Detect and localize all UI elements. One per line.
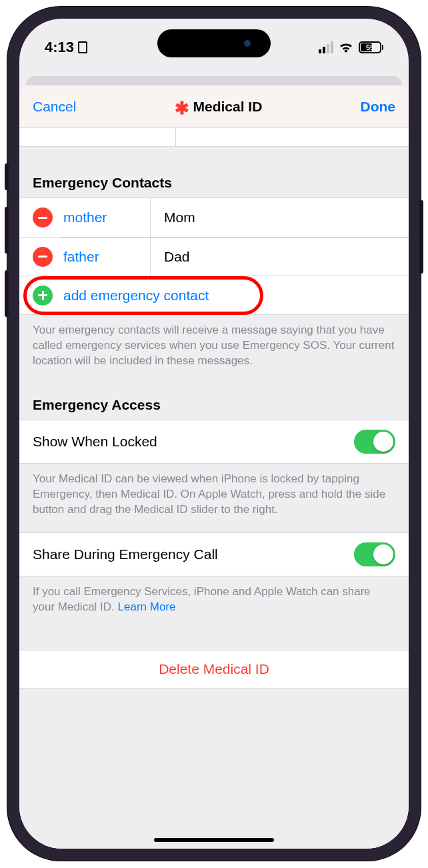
emergency-contacts-footer: Your emergency contacts will receive a m… [19,315,409,369]
phone-side-button-right [419,200,423,274]
status-portrait-lock-icon [78,41,87,53]
remove-icon[interactable] [33,247,53,267]
page-title-text: Medical ID [193,99,263,115]
emergency-contacts-header: Emergency Contacts [19,147,409,197]
battery-icon: 55 [359,41,383,53]
remove-icon[interactable] [33,207,53,228]
contact-row[interactable]: father Dad [19,237,409,276]
home-indicator[interactable] [154,838,274,842]
learn-more-link[interactable]: Learn More [118,600,176,613]
phone-frame: 4:13 55 Cancel ✱ Medical ID Done [7,7,421,861]
add-emergency-contact-label: add emergency contact [63,288,209,304]
phone-side-buttons-left [5,163,9,334]
modal-sheet: Cancel ✱ Medical ID Done Emergency Conta… [19,85,409,849]
camera-dot [244,40,251,47]
share-during-emergency-row: Share During Emergency Call [19,532,409,576]
scroll-content[interactable]: Emergency Contacts mother Mom father Dad [19,128,409,849]
contact-name: Dad [150,238,395,276]
previous-section-tail [19,128,409,147]
contact-relation[interactable]: father [63,249,150,265]
wifi-icon [339,42,353,53]
status-time: 4:13 [45,39,74,56]
emergency-contacts-list: mother Mom father Dad add emergency cont… [19,197,409,315]
show-when-locked-label: Show When Locked [33,434,157,450]
cancel-button[interactable]: Cancel [33,99,76,115]
page-title: ✱ Medical ID [175,98,263,115]
show-when-locked-row: Show When Locked [19,420,409,464]
contact-row[interactable]: mother Mom [19,198,409,237]
contact-name: Mom [150,198,395,237]
share-during-emergency-footer: If you call Emergency Services, iPhone a… [19,576,409,615]
delete-medical-id-button[interactable]: Delete Medical ID [19,650,409,689]
emergency-access-header: Emergency Access [19,369,409,420]
add-icon[interactable] [33,286,53,306]
cellular-signal-icon [319,41,333,53]
done-button[interactable]: Done [361,99,396,115]
show-when-locked-toggle[interactable] [354,430,395,454]
screen: 4:13 55 Cancel ✱ Medical ID Done [19,19,409,849]
add-emergency-contact-row[interactable]: add emergency contact [19,276,409,314]
share-during-emergency-label: Share During Emergency Call [33,546,218,562]
show-when-locked-footer: Your Medical ID can be viewed when iPhon… [19,464,409,518]
nav-bar: Cancel ✱ Medical ID Done [19,85,409,128]
medical-asterisk-icon: ✱ [175,99,189,117]
dynamic-island [157,29,271,57]
share-during-emergency-toggle[interactable] [354,542,395,566]
contact-relation[interactable]: mother [63,209,150,226]
